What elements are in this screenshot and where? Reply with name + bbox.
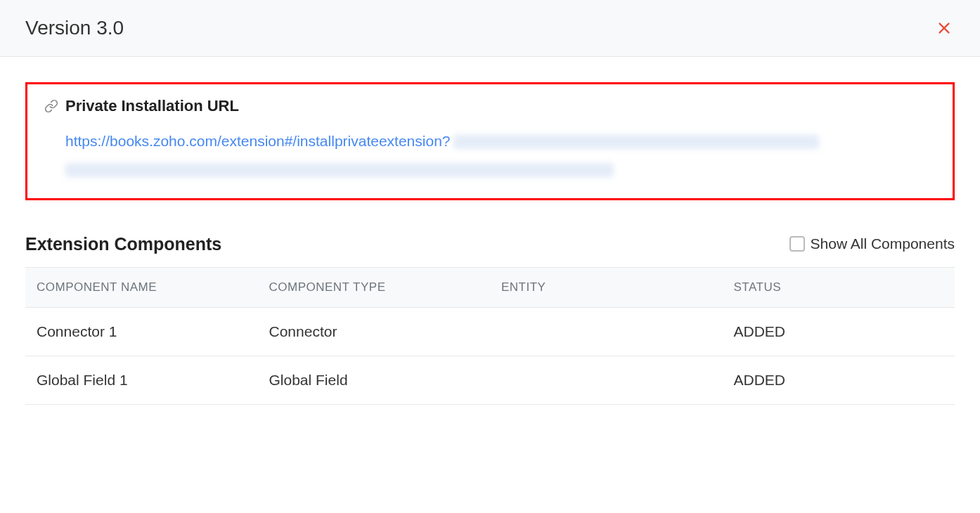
cell-type: Connector [258,307,491,356]
components-table: COMPONENT NAME COMPONENT TYPE ENTITY STA… [25,267,955,405]
cell-type: Global Field [258,356,491,404]
cell-entity [490,356,723,404]
col-header-type: COMPONENT TYPE [258,267,491,307]
checkbox-icon [789,236,805,252]
components-title: Extension Components [25,234,221,254]
col-header-entity: ENTITY [490,267,723,307]
table-row: Connector 1 Connector ADDED [25,307,955,356]
cell-status: ADDED [723,307,955,356]
cell-name: Global Field 1 [25,356,258,404]
dialog-content: Private Installation URL https://books.z… [0,57,980,430]
table-row: Global Field 1 Global Field ADDED [25,356,955,404]
table-header-row: COMPONENT NAME COMPONENT TYPE ENTITY STA… [25,267,955,307]
cell-entity [490,307,723,356]
close-button[interactable] [934,18,955,39]
url-content: https://books.zoho.com/extension#/instal… [44,128,936,177]
redacted-segment [65,163,614,177]
show-all-label: Show All Components [811,235,955,252]
close-icon [936,20,952,36]
page-title: Version 3.0 [25,17,124,39]
components-header: Extension Components Show All Components [25,234,955,254]
private-install-url-panel: Private Installation URL https://books.z… [25,82,955,200]
url-panel-title: Private Installation URL [65,97,239,115]
col-header-status: STATUS [723,267,955,307]
link-icon [44,99,58,113]
show-all-components-toggle[interactable]: Show All Components [789,235,955,252]
redacted-segment [453,135,819,149]
url-panel-header: Private Installation URL [44,97,936,115]
install-url-link[interactable]: https://books.zoho.com/extension#/instal… [65,133,451,149]
cell-name: Connector 1 [25,307,258,356]
col-header-name: COMPONENT NAME [25,267,258,307]
cell-status: ADDED [723,356,955,404]
dialog-header: Version 3.0 [0,0,980,57]
